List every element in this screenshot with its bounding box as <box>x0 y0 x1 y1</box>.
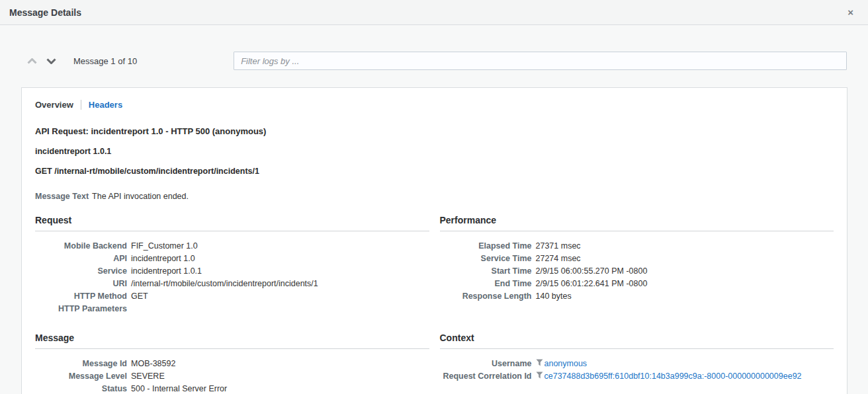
tab-overview[interactable]: Overview <box>35 100 73 110</box>
field-row-service: Service incidentreport 1.0.1 <box>35 266 429 276</box>
field-label: Start Time <box>440 266 536 276</box>
section-divider <box>440 348 834 349</box>
field-value: MOB-38592 <box>131 359 175 368</box>
message-text-row: Message TextThe API invocation ended. <box>35 192 834 201</box>
field-row-mobile-backend: Mobile Backend FIF_Customer 1.0 <box>35 241 429 251</box>
tab-separator <box>81 100 81 110</box>
field-value: SEVERE <box>131 372 165 381</box>
section-context: Context Username anonymous Request Corre… <box>440 333 834 394</box>
field-value: 2/9/15 06:01:22.641 PM -0800 <box>536 279 648 288</box>
field-label: URI <box>35 279 131 288</box>
field-row-uri: URI /internal-rt/mobile/custom/incidentr… <box>35 279 429 288</box>
field-value: 27371 msec <box>536 241 581 251</box>
field-value: FIF_Customer 1.0 <box>131 241 198 251</box>
tab-headers[interactable]: Headers <box>89 100 122 110</box>
username-link-text[interactable]: anonymous <box>544 359 587 368</box>
section-request: Request Mobile Backend FIF_Customer 1.0 … <box>35 215 429 317</box>
field-row-status: Status 500 - Internal Server Error <box>35 384 429 393</box>
field-label: Mobile Backend <box>35 241 131 251</box>
message-text-value: The API invocation ended. <box>92 192 189 201</box>
section-performance: Performance Elapsed Time 27371 msec Serv… <box>440 215 834 317</box>
field-label: Request Correlation Id <box>440 372 536 381</box>
field-value: 140 bytes <box>536 292 572 301</box>
field-row-http-parameters: HTTP Parameters <box>35 304 429 313</box>
field-label: Message Level <box>35 372 131 381</box>
field-value: incidentreport 1.0.1 <box>131 266 202 276</box>
field-row-response-length: Response Length 140 bytes <box>440 292 834 301</box>
field-label: Elapsed Time <box>440 241 536 251</box>
field-label: HTTP Method <box>35 292 131 301</box>
section-divider <box>35 231 429 231</box>
field-label: HTTP Parameters <box>35 304 131 313</box>
field-value: GET <box>131 292 148 301</box>
field-row-message-id: Message Id MOB-38592 <box>35 359 429 368</box>
filter-funnel-icon[interactable] <box>536 372 543 381</box>
field-row-api: API incidentreport 1.0 <box>35 254 429 263</box>
field-value: incidentreport 1.0 <box>131 254 195 263</box>
field-label: API <box>35 254 131 263</box>
field-label: Response Length <box>440 292 536 301</box>
correlation-id-link-text[interactable]: ce737488d3b695ff:610dbf10:14b3a999c9a:-8… <box>544 372 802 381</box>
api-version-line: incidentreport 1.0.1 <box>35 147 834 156</box>
field-row-end-time: End Time 2/9/15 06:01:22.641 PM -0800 <box>440 279 834 288</box>
section-title-performance: Performance <box>440 215 834 231</box>
field-label: Message Id <box>35 359 131 368</box>
field-row-service-time: Service Time 27274 msec <box>440 254 834 263</box>
chevron-up-icon <box>27 58 37 64</box>
message-text-label: Message Text <box>35 192 89 201</box>
chevron-down-icon <box>46 58 56 64</box>
field-row-http-method: HTTP Method GET <box>35 292 429 301</box>
username-filter-link[interactable]: anonymous <box>536 359 587 368</box>
endpoint-line: GET /internal-rt/mobile/custom/incidentr… <box>35 167 834 176</box>
message-details-card: Overview Headers API Request: incidentre… <box>21 87 847 394</box>
section-divider <box>440 231 834 231</box>
section-title-message: Message <box>35 333 429 348</box>
message-position-text: Message 1 of 10 <box>73 56 137 66</box>
section-divider <box>35 348 429 349</box>
previous-message-button[interactable] <box>25 56 38 65</box>
field-label: End Time <box>440 279 536 288</box>
field-row-username: Username anonymous <box>440 359 834 368</box>
api-request-title: API Request: incidentreport 1.0 - HTTP 5… <box>35 126 834 136</box>
field-value: 27274 msec <box>536 254 581 263</box>
tab-bar: Overview Headers <box>22 98 847 110</box>
field-value: 2/9/15 06:00:55.270 PM -0800 <box>536 266 648 276</box>
close-icon[interactable]: × <box>844 6 857 19</box>
sections-row-1: Request Mobile Backend FIF_Customer 1.0 … <box>22 215 847 317</box>
section-title-context: Context <box>440 333 834 348</box>
section-title-request: Request <box>35 215 429 231</box>
field-row-start-time: Start Time 2/9/15 06:00:55.270 PM -0800 <box>440 266 834 276</box>
field-label: Status <box>35 384 131 393</box>
field-value: 500 - Internal Server Error <box>131 384 227 393</box>
dialog-header: Message Details × <box>0 0 868 25</box>
message-nav-row: Message 1 of 10 <box>0 52 868 70</box>
field-row-message-level: Message Level SEVERE <box>35 372 429 381</box>
filter-funnel-icon[interactable] <box>536 359 543 368</box>
next-message-button[interactable] <box>44 56 58 65</box>
field-label: Service <box>35 266 131 276</box>
filter-logs-input[interactable] <box>234 52 847 70</box>
field-label: Service Time <box>440 254 536 263</box>
field-value: /internal-rt/mobile/custom/incidentrepor… <box>131 279 318 288</box>
field-label: Username <box>440 359 536 368</box>
sections-row-2: Message Message Id MOB-38592 Message Lev… <box>22 333 847 394</box>
field-row-elapsed-time: Elapsed Time 27371 msec <box>440 241 834 251</box>
section-message: Message Message Id MOB-38592 Message Lev… <box>35 333 429 394</box>
dialog-title: Message Details <box>9 7 81 18</box>
field-row-request-correlation-id: Request Correlation Id ce737488d3b695ff:… <box>440 372 834 381</box>
correlation-id-filter-link[interactable]: ce737488d3b695ff:610dbf10:14b3a999c9a:-8… <box>536 372 802 381</box>
